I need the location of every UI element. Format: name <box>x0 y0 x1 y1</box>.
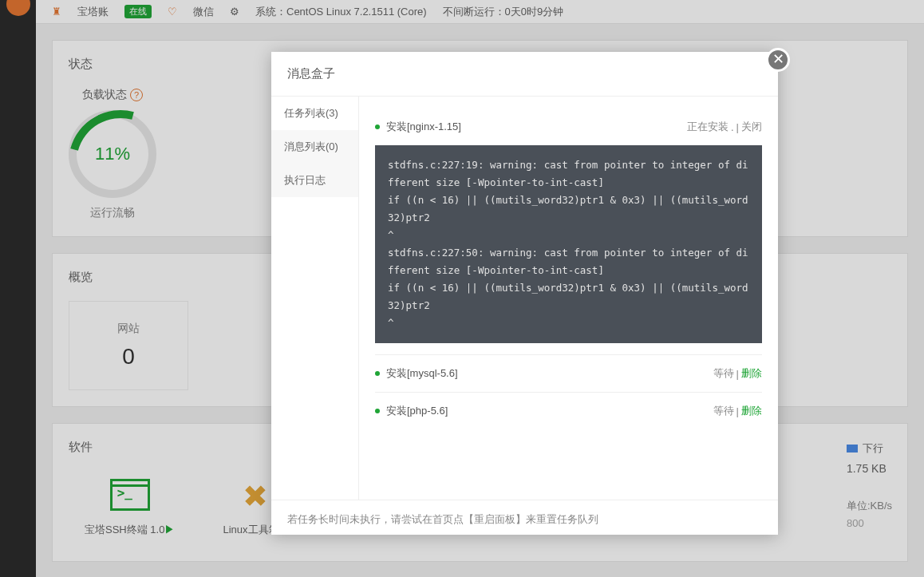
task-name: 安装[mysql-5.6] <box>375 366 458 381</box>
task-actions: 等待 | 删除 <box>713 404 762 418</box>
task-status: 等待 <box>713 404 734 418</box>
task-actions: 等待 | 删除 <box>713 366 762 381</box>
install-log[interactable]: stdfns.c:227:19: warning: cast from poin… <box>375 145 762 343</box>
close-task-button[interactable]: 关闭 <box>741 120 762 134</box>
separator: . <box>731 121 734 133</box>
task-name: 安装[nginx-1.15] <box>375 120 461 134</box>
tab-task-list[interactable]: 任务列表(3) <box>271 97 358 130</box>
task-status: 等待 <box>713 366 734 381</box>
tab-exec-log[interactable]: 执行日志 <box>271 164 358 197</box>
task-actions: 正在安装 . | 关闭 <box>687 120 762 134</box>
delete-task-button[interactable]: 删除 <box>741 404 762 418</box>
modal-tabs: 任务列表(3) 消息列表(0) 执行日志 <box>271 97 359 500</box>
status-dot-icon <box>375 409 380 413</box>
separator: | <box>736 405 739 417</box>
message-box-modal: ✕ 消息盒子 任务列表(3) 消息列表(0) 执行日志 安装[nginx-1.1… <box>271 52 778 535</box>
modal-content: 安装[nginx-1.15] 正在安装 . | 关闭 stdfns.c:227:… <box>359 97 778 500</box>
task-item-php: 安装[php-5.6] 等待 | 删除 <box>375 393 762 429</box>
status-dot-icon <box>375 124 380 129</box>
separator: | <box>736 368 739 380</box>
task-item-mysql: 安装[mysql-5.6] 等待 | 删除 <box>375 355 762 393</box>
modal-footer: 若任务长时间未执行，请尝试在首页点【重启面板】来重置任务队列 <box>271 500 778 539</box>
task-name: 安装[php-5.6] <box>375 404 448 418</box>
modal-title: 消息盒子 <box>271 52 778 97</box>
delete-task-button[interactable]: 删除 <box>741 366 762 381</box>
close-button[interactable]: ✕ <box>766 48 790 72</box>
task-status: 正在安装 <box>687 120 729 134</box>
tab-message-list[interactable]: 消息列表(0) <box>271 130 358 164</box>
status-dot-icon <box>375 371 380 376</box>
task-item-nginx: 安装[nginx-1.15] 正在安装 . | 关闭 stdfns.c:227:… <box>375 109 762 355</box>
